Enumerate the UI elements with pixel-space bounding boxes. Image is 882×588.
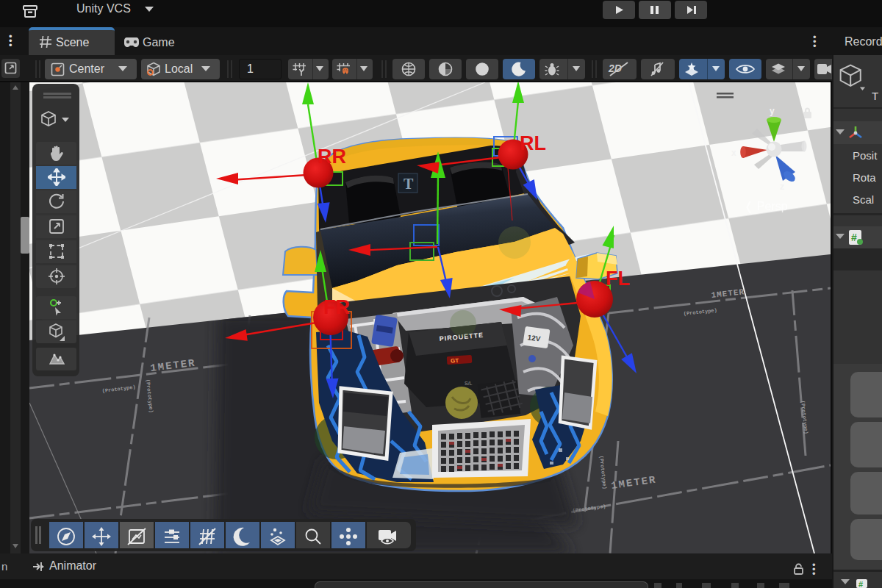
svg-text:RL: RL	[520, 132, 546, 154]
svg-text:S/L: S/L	[465, 381, 473, 386]
svg-text:y: y	[770, 106, 775, 116]
svg-text:FR: FR	[323, 296, 350, 318]
svg-text:#: #	[858, 580, 863, 588]
svg-text:x: x	[731, 148, 736, 158]
svg-text:FL: FL	[606, 268, 630, 290]
svg-text:RR: RR	[318, 146, 346, 168]
svg-text:❬ Persp: ❬ Persp	[744, 200, 788, 213]
svg-text:#: #	[851, 232, 857, 243]
svg-text:GT: GT	[451, 357, 459, 365]
svg-text:T: T	[404, 176, 414, 192]
svg-text:z: z	[780, 182, 784, 192]
